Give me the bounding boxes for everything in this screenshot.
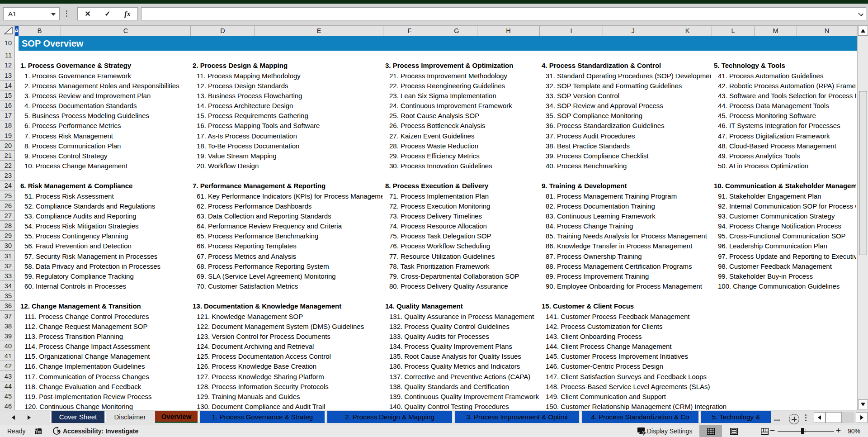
column-header-I[interactable]: I (540, 26, 603, 36)
sop-item-cell[interactable]: 59. Regulatory Compliance Tracking (19, 271, 190, 281)
sop-item-cell[interactable]: 128. Process Information Security Protoc… (191, 382, 382, 392)
row-header-19[interactable]: 19 (0, 131, 14, 141)
column-header-J[interactable]: J (603, 26, 663, 36)
sop-item-cell[interactable]: 43. Software and Tools Selection for Pro… (712, 91, 856, 101)
sop-item-cell[interactable]: 29. Process Efficiency Metrics (383, 151, 539, 161)
sop-item-cell[interactable]: 76. Process Workflow Scheduling (383, 241, 539, 251)
row-header-42[interactable]: 42 (0, 361, 14, 371)
sop-item-cell[interactable]: 147. Client Satisfaction Surveys and Fee… (540, 371, 856, 382)
sop-item-cell[interactable]: 64. Performance Review Frequency and Cri… (191, 221, 382, 231)
sop-item-cell[interactable]: 30. Process Innovation Guidelines (383, 161, 539, 171)
sop-item-cell[interactable]: 40. Process Benchmarking (540, 161, 711, 171)
category-header-cell[interactable]: 14. Quality Management (383, 301, 539, 311)
sop-item-cell[interactable]: 122. Document Management System (DMS) Gu… (191, 322, 382, 332)
sheet-tab-3-process-improvement-optimi[interactable]: 3. Process Improvement & Optimi (455, 411, 579, 423)
display-settings-label[interactable]: Display Settings (647, 425, 692, 437)
sop-item-cell[interactable]: 18. To-Be Process Documentation (191, 141, 382, 151)
sop-item-cell[interactable]: 85. Training Needs Analysis for Process … (540, 231, 711, 241)
sop-item-cell[interactable]: 115. Organizational Change Management (19, 352, 190, 361)
name-box[interactable]: A1 (3, 7, 60, 20)
sop-item-cell[interactable]: 49. Process Analytics Tools (712, 151, 856, 161)
sop-item-cell[interactable]: 2. Process Management Roles and Responsi… (19, 81, 190, 91)
category-header-cell[interactable]: 15. Customer & Client Focus (540, 301, 856, 311)
row-header-38[interactable]: 38 (0, 322, 14, 331)
tab-scroll-right-icon[interactable] (27, 415, 31, 420)
category-header-cell[interactable]: 6. Risk Management & Compliance (19, 181, 190, 191)
sop-item-cell[interactable]: 24. Continuous Improvement Framework (383, 101, 539, 111)
sop-item-cell[interactable]: 19. Value Stream Mapping (191, 151, 382, 161)
sop-item-cell[interactable]: 4. Process Documentation Standards (19, 101, 190, 111)
category-header-cell[interactable]: 1. Process Governance & Strategy (19, 61, 190, 71)
sop-item-cell[interactable]: 33. SOP Version Control (540, 91, 711, 101)
accessibility-status[interactable]: Accessibility: Investigate (63, 425, 138, 437)
row-header-33[interactable]: 33 (0, 271, 14, 281)
sheet-tab-disclaimer[interactable]: Disclaimer (106, 411, 154, 423)
row-header-17[interactable]: 17 (0, 111, 14, 120)
sop-item-cell[interactable]: 149. Client Communication and Support (540, 392, 856, 402)
sop-item-cell[interactable]: 58. Data Privacy and Protection in Proce… (19, 261, 190, 271)
sop-item-cell[interactable]: 42. Robotic Process Automation (RPA) Fra… (712, 81, 856, 91)
sheet-menu-icon[interactable] (805, 412, 807, 424)
sop-item-cell[interactable]: 90. Employee Onboarding for Process Mana… (540, 281, 711, 291)
sop-item-cell[interactable]: 62. Process Performance Dashboards (191, 201, 382, 211)
sop-item-cell[interactable]: 140. Quality Control Testing Procedures (383, 402, 539, 410)
sop-item-cell[interactable]: 93. Customer Communication Strategy (712, 211, 856, 221)
sheet-tab-5-technology[interactable]: 5. Technology & (701, 411, 771, 423)
sop-item-cell[interactable]: 32. SOP Template and Formatting Guidelin… (540, 81, 711, 91)
sop-item-cell[interactable]: 23. Lean Six Sigma Implementation (383, 91, 539, 101)
view-page-layout-button[interactable] (729, 425, 738, 437)
sop-item-cell[interactable]: 146. Customer-Centric Process Design (540, 361, 856, 371)
vertical-scrollbar[interactable] (857, 26, 868, 410)
row-header-36[interactable]: 36 (0, 301, 14, 311)
row-header-10[interactable]: 10 (0, 36, 14, 50)
sop-item-cell[interactable]: 68. Process Performance Reporting System (191, 261, 382, 271)
sheet-title-cell[interactable]: SOP Overview (19, 36, 857, 51)
sop-item-cell[interactable]: 99. Stakeholder Buy-in Process (712, 271, 856, 281)
category-header-cell[interactable]: 7. Performance Management & Reporting (191, 181, 382, 191)
row-header-16[interactable]: 16 (0, 101, 14, 110)
row-header-20[interactable]: 20 (0, 141, 14, 151)
row-header-11[interactable]: 11 (0, 51, 14, 60)
row-header-12[interactable]: 12 (0, 61, 14, 70)
sop-item-cell[interactable]: 77. Resource Utilization Guidelines (383, 251, 539, 261)
sop-item-cell[interactable]: 78. Task Prioritization Framework (383, 261, 539, 271)
sop-item-cell[interactable]: 111. Process Change Control Procedures (19, 311, 190, 322)
sop-item-cell[interactable]: 135. Root Cause Analysis for Quality Iss… (383, 352, 539, 361)
sop-item-cell[interactable]: 25. Root Cause Analysis SOP (383, 111, 539, 121)
category-header-cell[interactable]: 13. Documentation & Knowledge Management (191, 301, 382, 311)
hscroll-thumb[interactable] (826, 412, 842, 423)
name-box-dropdown-icon[interactable] (51, 13, 56, 16)
column-header-H[interactable]: H (477, 26, 540, 36)
column-header-B[interactable]: B (19, 26, 61, 36)
sop-item-cell[interactable]: 120. Continuous Change Monitoring (19, 402, 190, 410)
sop-item-cell[interactable]: 125. Process Documentation Access Contro… (191, 352, 382, 361)
sop-item-cell[interactable]: 52. Compliance Standards and Regulations (19, 201, 190, 211)
sop-item-cell[interactable]: 134. Process Quality Improvement Plans (383, 342, 539, 352)
row-header-41[interactable]: 41 (0, 352, 14, 361)
sop-item-cell[interactable]: 13. Business Process Flowcharting (191, 91, 382, 101)
sop-item-cell[interactable]: 56. Fraud Prevention and Detection (19, 241, 190, 251)
sop-item-cell[interactable]: 21. Process Improvement Methodology (383, 71, 539, 81)
sop-item-cell[interactable]: 116. Change Implementation Guidelines (19, 361, 190, 371)
row-header-35[interactable]: 35 (0, 291, 14, 301)
sop-item-cell[interactable]: 41. Process Automation Guidelines (712, 71, 856, 81)
sop-item-cell[interactable]: 12. Process Design Standards (191, 81, 382, 91)
category-header-cell[interactable]: 9. Training & Development (540, 181, 711, 191)
sop-item-cell[interactable]: 83. Continuous Learning Framework (540, 211, 711, 221)
vertical-scrollbar-thumb[interactable] (859, 91, 867, 255)
sop-item-cell[interactable]: 8. Process Communication Plan (19, 141, 190, 151)
row-header-26[interactable]: 26 (0, 201, 14, 211)
sop-item-cell[interactable]: 131. Quality Assurance in Process Manage… (383, 311, 539, 322)
sop-item-cell[interactable]: 92. Internal Communication SOP for Proce… (712, 201, 856, 211)
sop-item-cell[interactable]: 130. Document Compliance and Audit Trail (191, 402, 382, 410)
sop-item-cell[interactable]: 61. Key Performance Indicators (KPIs) fo… (191, 191, 382, 201)
sop-item-cell[interactable]: 81. Process Management Training Program (540, 191, 711, 201)
sop-item-cell[interactable]: 50. AI in Process Optimization (712, 161, 856, 171)
sop-item-cell[interactable]: 137. Corrective and Preventive Actions (… (383, 371, 539, 382)
sop-item-cell[interactable]: 28. Process Waste Reduction (383, 141, 539, 151)
sop-item-cell[interactable]: 72. Process Execution Monitoring (383, 201, 539, 211)
sop-item-cell[interactable]: 20. Workflow Design (191, 161, 382, 171)
category-header-cell[interactable]: 4. Process Standardization & Control (540, 61, 711, 71)
column-header-G[interactable]: G (436, 26, 477, 36)
sop-item-cell[interactable]: 87. Process Ownership Training (540, 251, 711, 261)
